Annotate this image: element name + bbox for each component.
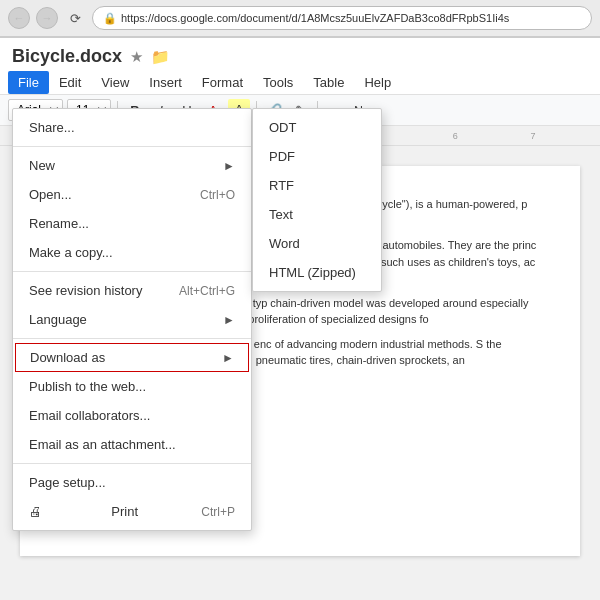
menu-rename[interactable]: Rename...: [13, 209, 251, 238]
menu-make-copy[interactable]: Make a copy...: [13, 238, 251, 267]
print-icon: 🖨: [29, 504, 42, 519]
menu-file[interactable]: File: [8, 71, 49, 94]
publish-label: Publish to the web...: [29, 379, 146, 394]
file-menu-dropdown: Share... New ► Open... Ctrl+O Rename... …: [12, 108, 252, 531]
browser-chrome: ← → ⟳ 🔒 https://docs.google.com/document…: [0, 0, 600, 38]
menu-email-collaborators[interactable]: Email collaborators...: [13, 401, 251, 430]
back-button[interactable]: ←: [8, 7, 30, 29]
menu-language[interactable]: Language ►: [13, 305, 251, 334]
url-text: https://docs.google.com/document/d/1A8Mc…: [121, 12, 509, 24]
rename-label: Rename...: [29, 216, 89, 231]
menu-new[interactable]: New ►: [13, 151, 251, 180]
print-shortcut: Ctrl+P: [201, 505, 235, 519]
ruler-mark-7: 7: [531, 131, 536, 141]
revision-label: See revision history: [29, 283, 142, 298]
new-arrow: ►: [223, 159, 235, 173]
menu-publish[interactable]: Publish to the web...: [13, 372, 251, 401]
language-arrow: ►: [223, 313, 235, 327]
refresh-button[interactable]: ⟳: [64, 7, 86, 29]
app-header: Bicycle.docx ★ 📁 File Edit View Insert F…: [0, 38, 600, 95]
menu-email-attachment[interactable]: Email as an attachment...: [13, 430, 251, 459]
revision-shortcut: Alt+Ctrl+G: [179, 284, 235, 298]
separator-2: [13, 271, 251, 272]
menu-view[interactable]: View: [91, 71, 139, 94]
menu-page-setup[interactable]: Page setup...: [13, 468, 251, 497]
share-label: Share...: [29, 120, 75, 135]
print-label: Print: [111, 504, 138, 519]
new-label: New: [29, 158, 55, 173]
open-label: Open...: [29, 187, 72, 202]
menu-revision-history[interactable]: See revision history Alt+Ctrl+G: [13, 276, 251, 305]
email-collaborators-label: Email collaborators...: [29, 408, 150, 423]
menu-open[interactable]: Open... Ctrl+O: [13, 180, 251, 209]
download-odt[interactable]: ODT: [253, 113, 381, 142]
download-pdf[interactable]: PDF: [253, 142, 381, 171]
browser-toolbar: ← → ⟳ 🔒 https://docs.google.com/document…: [0, 0, 600, 37]
doc-title: Bicycle.docx: [12, 46, 122, 67]
forward-button[interactable]: →: [36, 7, 58, 29]
download-as-label: Download as: [30, 350, 105, 365]
download-html-zipped[interactable]: HTML (Zipped): [253, 258, 381, 287]
menu-print[interactable]: 🖨 Print Ctrl+P: [13, 497, 251, 526]
folder-icon[interactable]: 📁: [151, 48, 170, 66]
menu-format[interactable]: Format: [192, 71, 253, 94]
download-as-arrow: ►: [222, 351, 234, 365]
ruler-mark-6: 6: [453, 131, 458, 141]
menu-insert[interactable]: Insert: [139, 71, 192, 94]
download-text[interactable]: Text: [253, 200, 381, 229]
menu-table[interactable]: Table: [303, 71, 354, 94]
separator-4: [13, 463, 251, 464]
separator-3: [13, 338, 251, 339]
make-copy-label: Make a copy...: [29, 245, 113, 260]
menu-share[interactable]: Share...: [13, 113, 251, 142]
menu-bar: File Edit View Insert Format Tools Table…: [0, 71, 600, 94]
separator-1: [13, 146, 251, 147]
language-label: Language: [29, 312, 87, 327]
email-attachment-label: Email as an attachment...: [29, 437, 176, 452]
download-rtf[interactable]: RTF: [253, 171, 381, 200]
open-shortcut: Ctrl+O: [200, 188, 235, 202]
menu-help[interactable]: Help: [354, 71, 401, 94]
lock-icon: 🔒: [103, 12, 117, 25]
download-submenu: ODT PDF RTF Text Word HTML (Zipped): [252, 108, 382, 292]
menu-edit[interactable]: Edit: [49, 71, 91, 94]
menu-tools[interactable]: Tools: [253, 71, 303, 94]
doc-title-row: Bicycle.docx ★ 📁: [0, 38, 600, 71]
page-setup-label: Page setup...: [29, 475, 106, 490]
menu-download-as[interactable]: Download as ►: [15, 343, 249, 372]
address-bar[interactable]: 🔒 https://docs.google.com/document/d/1A8…: [92, 6, 592, 30]
star-icon[interactable]: ★: [130, 48, 143, 66]
download-word[interactable]: Word: [253, 229, 381, 258]
